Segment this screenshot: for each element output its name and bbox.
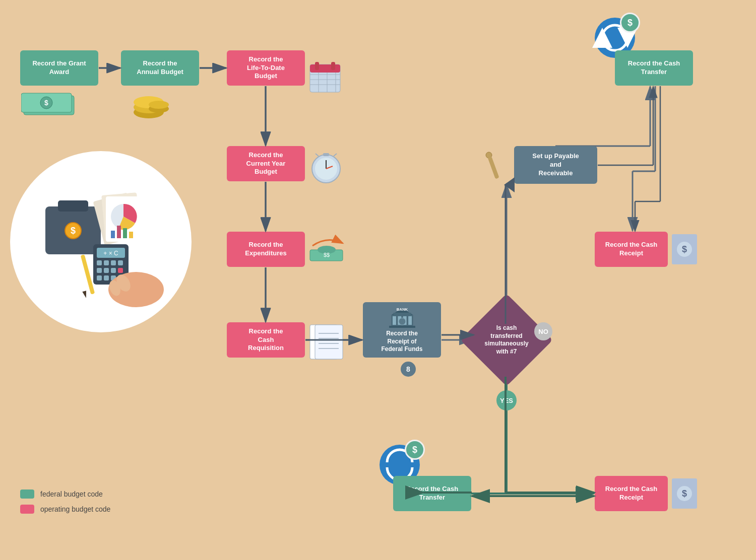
svg-rect-84 (111, 231, 115, 238)
cash-receipt-bottom-icon: $ (669, 476, 700, 513)
grant-award-icon: $ (21, 88, 87, 118)
svg-rect-96 (104, 268, 109, 273)
svg-text:$$: $$ (324, 252, 330, 258)
life-to-date-box: Record theLife-To-DateBudget (227, 50, 305, 86)
svg-rect-93 (111, 260, 116, 265)
svg-rect-98 (118, 268, 123, 273)
flowchart: Record the Grant Award $ Record theAnnua… (0, 0, 756, 560)
legend-federal: federal budget code (20, 489, 110, 499)
receipt-federal-box: BANK Record theReceipt ofFederal Funds (363, 302, 441, 358)
wrench-icon (479, 146, 512, 186)
svg-rect-94 (118, 260, 123, 265)
no-label: NO (534, 322, 552, 340)
current-year-box: Record theCurrent YearBudget (227, 146, 305, 181)
legend-operating: operating budget code (20, 505, 110, 514)
svg-marker-104 (82, 291, 88, 299)
svg-rect-51 (315, 325, 343, 359)
svg-line-46 (334, 154, 337, 156)
yes-label: YES (496, 390, 517, 410)
svg-rect-85 (117, 226, 121, 238)
svg-rect-99 (97, 275, 102, 281)
legend: federal budget code operating budget cod… (20, 489, 110, 520)
svg-rect-60 (408, 316, 412, 325)
svg-rect-103 (81, 254, 95, 294)
annual-budget-box: Record theAnnual Budget (121, 50, 199, 86)
expenditures-box: Record theExpenditures (227, 232, 305, 267)
badge-eight: 8 (401, 362, 416, 377)
svg-point-29 (149, 101, 169, 109)
svg-text:BANK: BANK (396, 307, 408, 312)
setup-payable-box: Set up PayableandReceivable (514, 146, 597, 184)
svg-rect-77 (58, 200, 88, 212)
svg-line-45 (316, 154, 319, 156)
svg-rect-95 (97, 268, 102, 273)
expenditures-icon: $$ (307, 231, 348, 265)
svg-rect-100 (104, 275, 109, 281)
svg-rect-63 (389, 326, 415, 328)
calendar-icon (307, 59, 343, 97)
svg-point-61 (399, 318, 406, 325)
svg-text:$: $ (71, 226, 76, 236)
cash-receipt-top-icon: $ (669, 232, 700, 269)
svg-rect-33 (331, 62, 335, 70)
svg-text:$: $ (682, 244, 687, 254)
cash-transfer-bottom-box: Record the CashTransfer (393, 476, 471, 511)
cash-receipt-bottom-box: Record the CashReceipt (595, 476, 668, 511)
svg-rect-32 (315, 62, 319, 70)
svg-rect-44 (323, 153, 329, 156)
svg-rect-86 (123, 228, 127, 238)
cash-transfer-top-box: Record the CashTransfer (615, 50, 693, 86)
legend-operating-color (20, 505, 34, 514)
grant-award-box: Record the Grant Award (20, 50, 98, 86)
stopwatch-icon (308, 146, 344, 186)
svg-rect-64 (393, 313, 411, 315)
decision-diamond: Is cashtransferredsimultaneouslywith #7 (474, 307, 539, 373)
svg-rect-67 (488, 156, 499, 179)
svg-text:$: $ (682, 488, 687, 499)
svg-text:+ × C: + × C (103, 250, 118, 257)
cash-receipt-top-box: Record the CashReceipt (595, 232, 668, 267)
illustration-circle: $ + × C (10, 151, 192, 332)
svg-rect-97 (111, 268, 116, 273)
legend-federal-color (20, 489, 34, 499)
svg-text:$: $ (44, 99, 48, 107)
cash-requisition-box: Record theCashRequisition (227, 322, 305, 358)
svg-rect-31 (310, 64, 340, 73)
requisition-icon (307, 322, 348, 362)
svg-rect-57 (392, 316, 396, 325)
svg-rect-92 (104, 260, 109, 265)
svg-rect-87 (129, 232, 133, 238)
annual-budget-icon (126, 90, 186, 122)
svg-rect-91 (97, 260, 102, 265)
